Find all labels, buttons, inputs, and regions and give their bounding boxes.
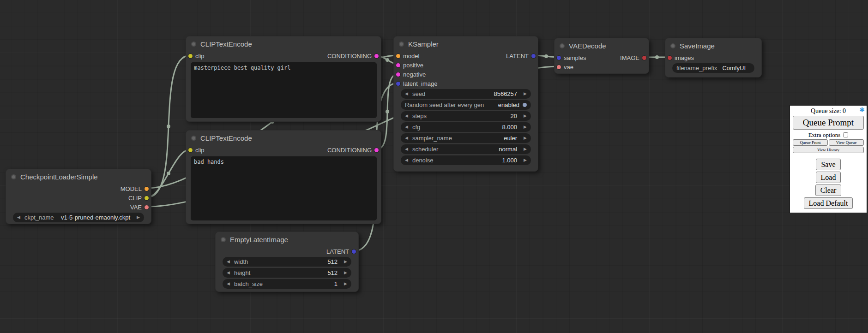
increment-arrow-icon[interactable]: ▶ [137, 215, 140, 220]
node-titlebar: SaveImage [665, 38, 761, 53]
collapse-dot-icon[interactable] [560, 43, 565, 48]
conditioning-output-slot[interactable] [374, 148, 379, 152]
node-cliptextencode[interactable]: CLIPTextEncodeclipCONDITIONINGmasterpiec… [186, 36, 381, 122]
node-titlebar: VAEDecode [555, 38, 649, 53]
slot-row: clipCONDITIONING [186, 145, 381, 155]
node-titlebar: CheckpointLoaderSimple [6, 169, 151, 184]
slot-input: latent_image [396, 80, 437, 87]
increment-arrow-icon[interactable]: ▶ [344, 271, 347, 275]
widget-ckpt-name[interactable]: ◀ckpt_namev1-5-pruned-emaonly.ckpt▶ [13, 213, 144, 222]
slot-input: samples [557, 54, 586, 61]
node-ksampler[interactable]: KSamplermodelLATENTpositivenegativelaten… [393, 36, 538, 172]
load-button[interactable]: Load [816, 172, 841, 183]
slot-label: IMAGE [620, 54, 639, 61]
widget-value: 8566257 [494, 90, 519, 97]
node-graph-canvas[interactable]: CheckpointLoaderSimpleMODELCLIPVAE◀ckpt_… [0, 0, 868, 333]
collapse-dot-icon[interactable] [191, 136, 196, 141]
node-saveimage[interactable]: SaveImageimagesfilename_prefixComfyUI [665, 38, 762, 77]
settings-gear-icon[interactable]: ✱ [859, 107, 865, 113]
queue-prompt-button[interactable]: Queue Prompt [793, 116, 864, 130]
collapse-dot-icon[interactable] [399, 42, 404, 47]
widget-value: 20 [511, 113, 519, 119]
slot-row: vae [555, 62, 649, 71]
clip-input-slot[interactable] [188, 148, 193, 152]
widget-value: euler [504, 135, 519, 142]
widget-steps[interactable]: ◀steps20▶ [401, 111, 531, 121]
widget-cfg[interactable]: ◀cfg8.000▶ [401, 122, 531, 132]
slot-label: LATENT [326, 248, 349, 255]
increment-arrow-icon[interactable]: ▶ [524, 114, 527, 118]
collapse-dot-icon[interactable] [670, 43, 675, 48]
decrement-arrow-icon[interactable]: ◀ [405, 158, 408, 162]
load-default-button[interactable]: Load Default [804, 197, 853, 209]
clip-input-slot[interactable] [188, 54, 193, 58]
clip-output-slot[interactable] [145, 196, 149, 200]
node-cliptextencode-2[interactable]: CLIPTextEncodeclipCONDITIONINGbad hands [186, 130, 381, 224]
slot-label: CONDITIONING [327, 147, 372, 154]
negative-input-slot[interactable] [396, 72, 400, 77]
collapse-dot-icon[interactable] [191, 42, 196, 47]
node-vaedecode[interactable]: VAEDecodesamplesIMAGEvae [554, 38, 649, 74]
increment-arrow-icon[interactable]: ▶ [524, 147, 527, 151]
increment-arrow-icon[interactable]: ▶ [524, 125, 527, 129]
widget-label: filename_prefix [676, 65, 717, 71]
image-output-slot[interactable] [642, 56, 646, 60]
widget-scheduler[interactable]: ◀schedulernormal▶ [401, 144, 531, 154]
decrement-arrow-icon[interactable]: ◀ [227, 260, 230, 264]
conditioning-output-slot[interactable] [374, 54, 379, 58]
widget-height[interactable]: ◀height512▶ [223, 268, 351, 278]
comfy-menu: Queue size: 0 ✱ Queue Prompt Extra optio… [790, 105, 867, 213]
decrement-arrow-icon[interactable]: ◀ [17, 215, 20, 220]
decrement-arrow-icon[interactable]: ◀ [405, 136, 408, 140]
node-emptylatentimage[interactable]: EmptyLatentImageLATENT◀width512▶◀height5… [215, 232, 359, 292]
widget-label: batch_size [234, 280, 263, 287]
node-title-text: CheckpointLoaderSimple [20, 173, 98, 181]
node-checkpointloadersimple[interactable]: CheckpointLoaderSimpleMODELCLIPVAE◀ckpt_… [6, 169, 151, 224]
decrement-arrow-icon[interactable]: ◀ [405, 125, 408, 129]
latent-image-input-slot[interactable] [396, 82, 400, 86]
decrement-arrow-icon[interactable]: ◀ [405, 114, 408, 118]
save-button[interactable]: Save [816, 159, 840, 170]
decrement-arrow-icon[interactable]: ◀ [227, 282, 230, 286]
widget-random-seed-after-every-gen[interactable]: Random seed after every genenabled [401, 100, 531, 110]
widget-filename-prefix[interactable]: filename_prefixComfyUI [672, 63, 754, 73]
vae-input-slot[interactable] [557, 65, 561, 69]
increment-arrow-icon[interactable]: ▶ [344, 282, 347, 286]
positive-input-slot[interactable] [396, 63, 400, 67]
widget-width[interactable]: ◀width512▶ [223, 257, 351, 267]
widget-label: sampler_name [412, 135, 452, 142]
view-queue-button[interactable]: View Queue [829, 139, 864, 146]
decrement-arrow-icon[interactable]: ◀ [405, 147, 408, 151]
widget-batch-size[interactable]: ◀batch_size1▶ [223, 279, 351, 289]
model-output-slot[interactable] [145, 187, 149, 191]
increment-arrow-icon[interactable]: ▶ [344, 260, 347, 264]
queue-front-button[interactable]: Queue Front [793, 139, 828, 146]
latent-output-slot[interactable] [352, 250, 356, 254]
slot-output: CONDITIONING [327, 53, 379, 59]
extra-options-checkbox[interactable] [843, 132, 848, 137]
prompt-textarea[interactable]: bad hands [191, 156, 377, 220]
widget-sampler-name[interactable]: ◀sampler_nameeuler▶ [401, 133, 531, 143]
samples-input-slot[interactable] [557, 56, 561, 60]
latent-output-slot[interactable] [531, 54, 536, 58]
collapse-dot-icon[interactable] [221, 237, 226, 242]
vae-output-slot[interactable] [145, 205, 149, 209]
menu-header: Queue size: 0 ✱ [792, 107, 865, 115]
increment-arrow-icon[interactable]: ▶ [524, 158, 527, 162]
widget-value: ComfyUI [722, 65, 746, 71]
slot-input: images [668, 54, 694, 61]
slot-row: modelLATENT [394, 51, 538, 60]
increment-arrow-icon[interactable]: ▶ [524, 92, 527, 96]
widget-seed[interactable]: ◀seed8566257▶ [401, 89, 531, 99]
increment-arrow-icon[interactable]: ▶ [524, 136, 527, 140]
decrement-arrow-icon[interactable]: ◀ [405, 92, 408, 96]
view-history-button[interactable]: View History [793, 147, 864, 153]
prompt-textarea[interactable]: masterpiece best quality girl [191, 62, 377, 118]
collapse-dot-icon[interactable] [11, 174, 16, 179]
clear-button[interactable]: Clear [815, 184, 842, 196]
node-graph: CheckpointLoaderSimpleMODELCLIPVAE◀ckpt_… [0, 0, 868, 333]
model-input-slot[interactable] [396, 54, 400, 58]
decrement-arrow-icon[interactable]: ◀ [227, 271, 230, 275]
widget-denoise[interactable]: ◀denoise1.000▶ [401, 155, 531, 165]
images-input-slot[interactable] [668, 56, 672, 60]
